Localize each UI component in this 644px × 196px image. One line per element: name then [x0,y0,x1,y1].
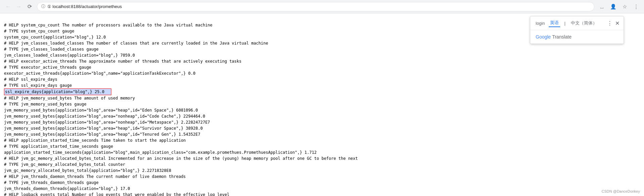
translate-popup: login 英语 | 中文（简体） ⋮ ✕ Google Translate [530,16,624,44]
line-1: # HELP system_cpu_count The number of pr… [4,23,212,27]
translate-close-button[interactable]: ✕ [615,20,620,26]
back-button[interactable]: ← [3,2,13,11]
translate-body: Google Translate [530,30,624,44]
translate-more-button[interactable]: ⋮ [607,20,612,26]
line-29: # HELP logback_events_total Number of lo… [4,192,229,196]
lock-icon: ⓘ [41,4,45,9]
tab-divider: | [564,21,565,26]
highlighted-line: ssl_expire_days{application="blog",} 25.… [4,88,111,95]
line-2: # TYPE system_cpu_count gauge [4,29,74,34]
line-6: jvm_classes_loaded_classes{application="… [4,53,135,58]
reload-button[interactable]: ⟳ [25,2,34,11]
line-10: # HELP ssl_expire_days [4,77,57,82]
translate-brand: Google Translate [536,34,618,40]
browser-chrome: ← → ⟳ ⓘ ① localhost:8188/actuator/promet… [0,0,644,13]
line-17: jvm_memory_used_bytes{application="blog"… [4,120,210,125]
address-bar[interactable]: ⓘ ① localhost:8188/actuator/prometheus [37,2,594,11]
line-26: # HELP jvm_threads_daemon_threads The cu… [4,174,186,179]
line-28: jvm_threads_daemon_threads{application="… [4,186,130,191]
page-content: # HELP system_cpu_count The number of pr… [0,13,644,196]
line-21: # TYPE application_started_time_seconds … [4,144,113,149]
forward-button[interactable]: → [14,2,23,11]
tab-english[interactable]: 英语 [549,19,560,27]
more-button[interactable]: ⋮ [631,2,641,11]
line-4: # HELP jvm_classes_loaded_classes The nu… [4,41,268,46]
toolbar-icons: ⎵ 👤 ☆ ⋮ [597,2,641,11]
line-19: jvm_memory_used_bytes{application="blog"… [4,132,200,137]
google-brand-text: Google [536,34,551,40]
line-14: # TYPE jvm_memory_used_bytes gauge [4,102,87,107]
line-5: # TYPE jvm_classes_loaded_classes gauge [4,47,99,52]
line-13: # HELP jvm_memory_used_bytes The amount … [4,96,135,101]
translate-brand-text: Translate [552,34,572,40]
line-7: # HELP executor_active_threads The appro… [4,59,241,64]
translate-header: login 英语 | 中文（简体） ⋮ ✕ [530,16,624,30]
line-15: jvm_memory_used_bytes{application="blog"… [4,108,198,113]
extensions-button[interactable]: ⎵ [597,2,606,11]
nav-buttons: ← → ⟳ [3,2,34,11]
line-3: system_cpu_count{application="blog",} 12… [4,35,106,40]
line-8: # TYPE executor_active_threads gauge [4,65,91,70]
bookmark-button[interactable]: ☆ [620,2,629,11]
csdn-watermark: CSDN @DanceDonkey [602,189,640,193]
url-text: ① localhost:8188/actuator/prometheus [47,4,122,9]
line-11: # TYPE ssl_expire_days gauge [4,83,72,88]
line-23: # HELP jvm_gc_memory_allocated_bytes_tot… [4,156,358,161]
line-16: jvm_memory_used_bytes{application="blog"… [4,114,205,119]
tab-login[interactable]: login [534,20,546,26]
profile-button[interactable]: 👤 [608,2,618,11]
tab-chinese[interactable]: 中文（简体） [570,19,598,27]
line-27: # TYPE jvm_threads_daemon_threads gauge [4,180,99,185]
line-9: executor_active_threads{application="blo… [4,71,196,76]
line-22: application_started_time_seconds{applica… [4,150,317,155]
line-18: jvm_memory_used_bytes{application="blog"… [4,126,203,131]
line-24: # TYPE jvm_gc_memory_allocated_bytes_tot… [4,162,125,167]
line-25: jvm_gc_memory_allocated_bytes_total{appl… [4,168,171,173]
line-20: # HELP application_started_time_seconds … [4,138,186,143]
